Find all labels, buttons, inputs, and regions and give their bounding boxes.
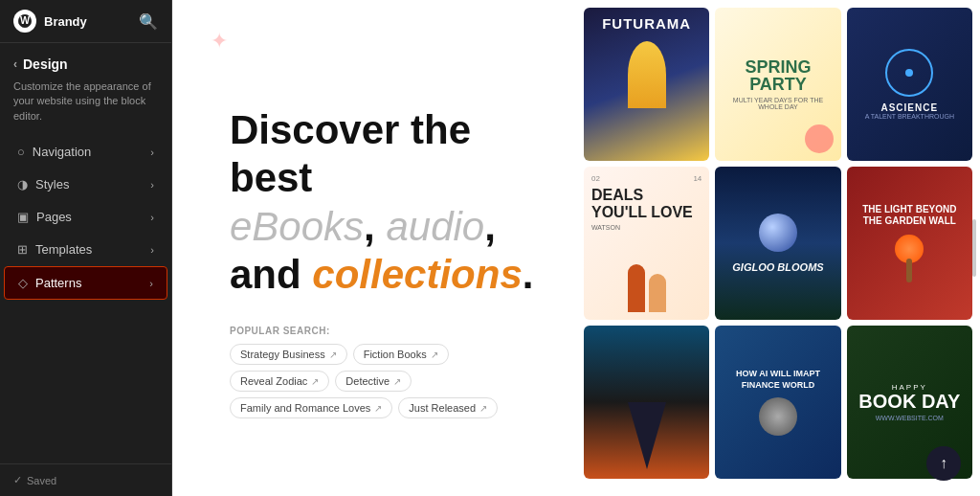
templates-icon: ⊞ xyxy=(17,242,28,257)
chevron-right-icon: › xyxy=(149,278,153,289)
book-card-abstract[interactable] xyxy=(584,326,709,479)
hero-comma2: , xyxy=(484,204,496,249)
book-bookday-title: BOOK DAY xyxy=(858,392,960,411)
nav-label-navigation: Navigation xyxy=(33,145,91,159)
book-card-finance[interactable]: HOW AI WILL IMAPT FINANCE WORLD xyxy=(715,326,840,479)
pages-icon: ▣ xyxy=(17,210,29,224)
tree-trunk xyxy=(906,259,912,282)
search-icon[interactable]: 🔍 xyxy=(139,12,158,31)
book-card-gigloo[interactable]: GIGLOO BLOOMS xyxy=(715,167,840,320)
book-science-atom-icon xyxy=(885,49,933,97)
navigation-icon: ○ xyxy=(17,145,25,159)
book-futurama-title: FUTURAMA xyxy=(602,15,691,32)
tag-just-released[interactable]: Just Released ↗ xyxy=(398,397,498,418)
tag-strategy-business[interactable]: Strategy Business ↗ xyxy=(230,344,347,365)
tag-reveal-zodiac[interactable]: Reveal Zodiac ↗ xyxy=(230,371,329,392)
sidebar-subtitle: Customize the appearance of your website… xyxy=(0,76,171,135)
hero-and: and xyxy=(230,252,312,297)
tag-detective[interactable]: Detective ↗ xyxy=(335,371,412,392)
book-futurama-figure xyxy=(628,41,666,108)
book-card-deals[interactable]: 02 14 DEALS YOU'LL LOVE WATSON xyxy=(584,167,709,320)
book-finance-title: HOW AI WILL IMAPT FINANCE WORLD xyxy=(723,369,833,391)
decorative-star-icon: ✦ xyxy=(211,29,228,54)
book-deals-sub: WATSON xyxy=(591,224,702,231)
saved-check-icon: ✓ xyxy=(13,474,22,486)
hero-title: Discover the best eBooks, audio, and col… xyxy=(230,106,540,300)
tag-fiction-books[interactable]: Fiction Books ↗ xyxy=(353,344,449,365)
book-grid: FUTURAMA Spring Party MULTI YEAR DAYS FO… xyxy=(578,0,980,496)
book-gigloo-title: GIGLOO BLOOMS xyxy=(732,261,823,273)
tag-label: Family and Romance Loves xyxy=(240,402,370,414)
hero-collections: collections xyxy=(312,252,522,297)
tag-arrow-icon: ↗ xyxy=(311,376,319,387)
scrollbar[interactable] xyxy=(972,219,976,277)
nav-label-pages: Pages xyxy=(36,210,72,224)
tag-arrow-icon: ↗ xyxy=(431,349,438,360)
figure-icon xyxy=(649,274,666,312)
scroll-to-top-button[interactable]: ↑ xyxy=(926,446,961,481)
book-science-sub: A TALENT BREAKTHROUGH xyxy=(865,113,954,120)
tag-label: Fiction Books xyxy=(364,349,427,360)
figure-icon xyxy=(628,264,645,312)
hero-comma1: , xyxy=(364,204,386,249)
tag-family-romance[interactable]: Family and Romance Loves ↗ xyxy=(230,397,392,418)
book-garden-tree xyxy=(895,235,924,282)
patterns-icon: ◇ xyxy=(18,276,28,290)
book-card-futurama[interactable]: FUTURAMA xyxy=(584,8,709,161)
sidebar-brand: W Brandy xyxy=(13,10,87,33)
chevron-right-icon: › xyxy=(150,212,154,223)
book-card-spring[interactable]: Spring Party MULTI YEAR DAYS FOR THE WHO… xyxy=(715,8,840,161)
hero-period: . xyxy=(523,252,534,297)
sidebar-footer: ✓ Saved xyxy=(0,463,171,496)
styles-icon: ◑ xyxy=(17,177,28,192)
chevron-right-icon: › xyxy=(150,179,154,191)
book-abstract-shape xyxy=(628,402,666,469)
sidebar-item-patterns[interactable]: ◇ Patterns › xyxy=(4,266,167,300)
sidebar-item-templates[interactable]: ⊞ Templates › xyxy=(4,234,167,265)
book-gigloo-moon xyxy=(759,214,797,252)
hero-ebooks: eBooks xyxy=(230,204,364,249)
tag-label: Just Released xyxy=(409,402,476,414)
back-arrow-icon: ‹ xyxy=(13,57,17,71)
book-finance-figure xyxy=(759,397,797,436)
nav-label-patterns: Patterns xyxy=(35,276,81,290)
sidebar-item-navigation[interactable]: ○ Navigation › xyxy=(4,136,167,168)
hero-audio: audio xyxy=(386,204,484,249)
book-bookday-book: BOOK DAY xyxy=(858,392,960,411)
sidebar-top: W Brandy 🔍 xyxy=(0,0,171,43)
nav-label-templates: Templates xyxy=(35,242,92,257)
tag-arrow-icon: ↗ xyxy=(393,376,401,387)
sidebar-nav: ○ Navigation › ◑ Styles › ▣ Pages › ⊞ Te… xyxy=(0,135,171,463)
chevron-right-icon: › xyxy=(150,147,154,158)
book-card-science[interactable]: ASCIENCE A TALENT BREAKTHROUGH xyxy=(847,8,972,161)
sidebar-item-pages[interactable]: ▣ Pages › xyxy=(4,201,167,233)
book-spring-deco xyxy=(805,124,834,153)
hero-line1: Discover the best xyxy=(230,107,471,200)
hero-area: ✦ Discover the best eBooks, audio, and c… xyxy=(172,0,578,496)
popular-search-label: POPULAR SEARCH: xyxy=(230,326,540,336)
book-garden-title: THE LIGHT BEYOND THE GARDEN WALL xyxy=(855,204,965,227)
book-deals-num-left: 02 xyxy=(591,174,600,183)
sidebar-section-title: Design xyxy=(23,56,68,72)
tag-arrow-icon: ↗ xyxy=(329,349,337,360)
sidebar-item-styles[interactable]: ◑ Styles › xyxy=(4,169,167,200)
search-tags-container: Strategy Business ↗ Fiction Books ↗ Reve… xyxy=(230,344,540,418)
book-deals-title: DEALS YOU'LL LOVE xyxy=(591,187,702,220)
book-spring-title: Spring Party xyxy=(721,58,835,93)
tag-label: Detective xyxy=(345,375,390,387)
tag-label: Reveal Zodiac xyxy=(240,375,307,387)
brand-name: Brandy xyxy=(44,14,87,29)
main-content: ✦ Discover the best eBooks, audio, and c… xyxy=(172,0,980,496)
saved-label: Saved xyxy=(27,475,56,486)
tag-arrow-icon: ↗ xyxy=(479,403,487,414)
book-bookday-sub: WWW.WEBSITE.COM xyxy=(876,415,944,421)
book-card-garden[interactable]: THE LIGHT BEYOND THE GARDEN WALL xyxy=(847,167,972,320)
wp-logo: W xyxy=(13,10,36,33)
sidebar: W Brandy 🔍 ‹ Design Customize the appear… xyxy=(0,0,172,496)
book-deals-figures xyxy=(591,264,702,312)
book-spring-sub: MULTI YEAR DAYS FOR THE WHOLE DAY xyxy=(721,97,835,110)
sidebar-back-button[interactable]: ‹ Design xyxy=(0,43,171,76)
nav-label-styles: Styles xyxy=(35,177,69,192)
book-science-title: ASCIENCE xyxy=(880,102,938,113)
chevron-right-icon: › xyxy=(150,244,154,256)
